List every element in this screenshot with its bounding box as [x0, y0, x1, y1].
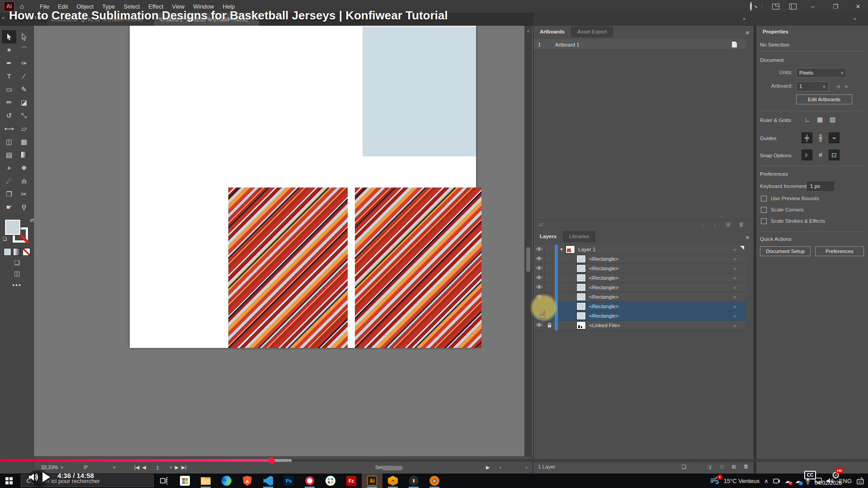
video-volume-icon[interactable] [28, 473, 39, 482]
taskbar-app-edge-icon[interactable] [216, 474, 237, 488]
clipping-mask-icon[interactable]: ◨ [707, 464, 712, 470]
eraser-tool-icon[interactable]: ◪ [17, 96, 31, 109]
rotate-tool-icon[interactable]: ↺ [2, 109, 16, 122]
taskbar-app-blender-icon[interactable] [424, 474, 445, 488]
artboard-navigation[interactable]: |◀ ◀ 1 ∨ ▶ ▶| [134, 465, 186, 470]
transparency-grid-icon[interactable]: ▨ [830, 116, 835, 123]
visibility-eye-icon[interactable] [533, 247, 544, 252]
artboard-tool-icon[interactable]: ❐ [2, 188, 16, 201]
layer-row-item-4[interactable]: <Rectangle>○ [533, 283, 746, 292]
lock-cell[interactable] [544, 245, 554, 254]
tab-properties[interactable]: Properties [756, 26, 795, 38]
tab-libraries[interactable]: Libraries [563, 231, 595, 242]
search-icon[interactable] [750, 3, 752, 10]
free-transform-tool-icon[interactable]: ▱ [17, 122, 31, 135]
video-scrubber-dot[interactable] [269, 457, 275, 464]
taskbar-app-file-explorer-icon[interactable] [195, 474, 216, 488]
width-tool-icon[interactable]: ⟷ [2, 122, 16, 135]
object-thumbnail[interactable] [577, 265, 585, 272]
last-artboard-icon[interactable]: ▶| [181, 465, 186, 470]
lock-icon[interactable] [544, 283, 554, 292]
object-label[interactable]: <Rectangle> [589, 304, 618, 309]
taskbar-app-task-view-icon[interactable] [154, 474, 175, 488]
collect-for-export-icon[interactable]: ❏ [682, 464, 686, 470]
rearrange-artboards-icon[interactable]: ⇄ [539, 221, 543, 228]
vertical-scrollbar[interactable]: ∧ [524, 26, 532, 456]
video-captions-icon[interactable]: CC [804, 471, 816, 479]
arrange-documents-icon[interactable] [772, 4, 779, 9]
target-circle-icon[interactable]: ○ [733, 257, 736, 262]
object-label[interactable]: <Rectangle> [589, 285, 618, 290]
tray-date[interactable]: 04/02/2026 [815, 480, 842, 486]
slice-tool-icon[interactable]: ✂ [17, 188, 31, 201]
lock-icon[interactable] [544, 273, 554, 283]
collapse-properties-icon[interactable]: » [854, 16, 856, 21]
show-guides-icon[interactable]: ╪ [802, 132, 812, 143]
next-artboard-prop-icon[interactable]: ▶ [845, 83, 849, 89]
use-preview-bounds-checkbox[interactable] [761, 196, 767, 202]
cloud-info-icon[interactable]: ☁i [795, 478, 801, 484]
pattern-rectangle-1[interactable] [228, 188, 348, 348]
eyedropper-tool-icon[interactable]: ⌖ [2, 161, 16, 174]
lasso-tool-icon[interactable]: ⌒ [17, 43, 31, 56]
visibility-eye-icon[interactable] [533, 285, 544, 290]
hscroll-left-icon[interactable]: ‹ [500, 465, 501, 470]
collapse-panels-icon[interactable]: » [743, 16, 745, 21]
blend-tool-icon[interactable]: ❖ [17, 161, 31, 174]
document-setup-button[interactable]: Document Setup [760, 246, 811, 256]
shaper-tool-icon[interactable]: ✏ [2, 96, 16, 109]
none-button[interactable] [23, 248, 30, 256]
direct-selection-tool-icon[interactable] [17, 30, 31, 43]
collapse-tabs-icon[interactable]: « [2, 15, 5, 20]
workspace-switcher-icon[interactable] [789, 4, 797, 9]
layer-name[interactable]: Layer 1 [578, 247, 595, 252]
taskbar-app-slack-icon[interactable] [320, 474, 341, 488]
edit-artboards-button[interactable]: Edit Artboards [796, 94, 852, 104]
object-thumbnail[interactable] [577, 293, 585, 300]
taskbar-app-microsoft-store-icon[interactable] [175, 474, 195, 488]
first-artboard-icon[interactable]: |◀ [134, 465, 139, 470]
fill-stroke-control[interactable]: ⇄ ❏ [5, 219, 30, 244]
scale-tool-icon[interactable]: ⤡ [17, 109, 31, 122]
lock-guides-icon[interactable]: ╫ [815, 132, 826, 143]
symbol-sprayer-tool-icon[interactable]: ☄ [2, 174, 16, 188]
object-thumbnail[interactable] [577, 284, 585, 291]
close-button[interactable]: ✕ [852, 3, 864, 10]
screen-record-icon[interactable] [773, 478, 780, 484]
rotation-dropdown[interactable]: 0°∨ [84, 465, 115, 470]
canvas-area[interactable] [34, 26, 533, 456]
taskbar-app-opera-icon[interactable] [299, 474, 320, 488]
new-sublayer-icon[interactable]: ⊟ [720, 464, 724, 470]
layer-row-item-7[interactable]: <Rectangle>○ [533, 311, 746, 321]
paintbrush-tool-icon[interactable]: ✎ [17, 83, 31, 96]
prev-artboard-icon[interactable]: ◀ [142, 465, 146, 470]
rectangle-tool-icon[interactable]: ▭ [2, 83, 16, 96]
layer-row-item-3[interactable]: <Rectangle>○ [533, 273, 746, 283]
next-artboard-icon[interactable]: ▶ [175, 465, 179, 470]
visibility-eye-icon[interactable] [533, 323, 544, 328]
target-circle-icon[interactable]: ○ [733, 295, 736, 300]
artboard-page-icon[interactable] [732, 42, 737, 47]
weather-text[interactable]: 15°C Venteux [724, 478, 760, 484]
pen-tool-icon[interactable]: ✒ [2, 56, 16, 70]
pattern-rectangle-2[interactable] [355, 188, 481, 348]
object-label[interactable]: <Rectangle> [589, 266, 618, 271]
preferences-button[interactable]: Preferences [815, 246, 864, 256]
move-up-icon[interactable]: ↑ [702, 221, 704, 228]
video-progress-bar[interactable] [0, 459, 868, 462]
target-circle-icon[interactable]: ○ [733, 266, 736, 271]
default-fill-stroke-icon[interactable]: ❏ [3, 236, 7, 241]
lock-icon[interactable] [544, 321, 554, 330]
locate-object-icon[interactable]: ◌ [696, 464, 699, 469]
screen-mode-icon[interactable]: ◫ [0, 270, 34, 277]
new-layer-icon[interactable]: ⊞ [731, 464, 736, 470]
vertical-scroll-thumb[interactable] [526, 247, 530, 272]
tab-artboards[interactable]: Artboards [533, 26, 571, 38]
units-dropdown[interactable]: Pixels∨ [796, 68, 847, 78]
object-thumbnail[interactable] [577, 255, 585, 263]
visibility-eye-icon[interactable] [533, 275, 544, 281]
object-label[interactable]: <Rectangle> [589, 256, 618, 262]
line-segment-tool-icon[interactable]: ∕ [17, 70, 31, 83]
onedrive-error-icon[interactable]: ☁✕ [785, 478, 791, 484]
layer-thumbnail[interactable] [566, 246, 575, 253]
